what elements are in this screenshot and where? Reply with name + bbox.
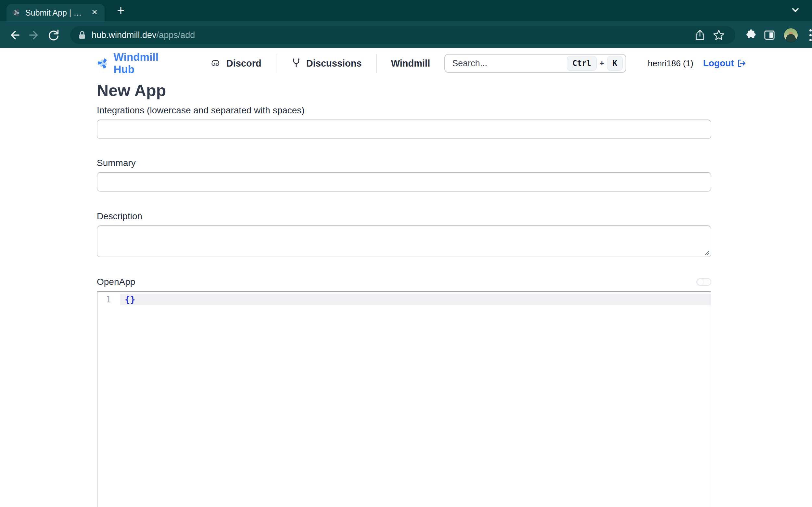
windmill-logo-icon bbox=[97, 54, 109, 73]
integrations-label: Integrations (lowercase and separated wi… bbox=[97, 105, 711, 116]
code-text: {} bbox=[125, 295, 135, 304]
forward-arrow-icon bbox=[26, 27, 42, 43]
kbd-k-badge: K bbox=[607, 56, 622, 70]
kbd-ctrl-badge: Ctrl bbox=[567, 56, 596, 70]
browser-tab[interactable]: Submit App | Windmill Hub × bbox=[6, 4, 105, 21]
toggle-knob bbox=[698, 279, 703, 285]
openapp-header-row: OpenApp bbox=[97, 277, 711, 287]
openapp-toggle[interactable] bbox=[696, 278, 711, 286]
site-header: Windmill Hub Discord Discussions bbox=[97, 48, 711, 78]
discussions-icon bbox=[291, 57, 302, 69]
browser-menu-button[interactable] bbox=[802, 26, 812, 44]
summary-label: Summary bbox=[97, 158, 711, 168]
tab-favicon-windmill-icon bbox=[12, 8, 21, 17]
summary-input[interactable] bbox=[97, 172, 711, 191]
side-panel-icon bbox=[763, 29, 776, 42]
account-area: henri186 (1) Logout bbox=[648, 58, 746, 68]
browser-tab-bar: Submit App | Windmill Hub × + bbox=[0, 0, 812, 21]
nav-item-label: Discord bbox=[226, 58, 262, 69]
nav-item-label: Discussions bbox=[306, 58, 362, 69]
share-icon bbox=[693, 29, 706, 42]
openapp-label: OpenApp bbox=[97, 277, 135, 287]
page-title: New App bbox=[97, 81, 711, 100]
star-icon bbox=[712, 28, 726, 42]
url-text: hub.windmill.dev/apps/add bbox=[92, 30, 691, 40]
nav-item-label: Windmill bbox=[391, 58, 430, 69]
address-bar[interactable]: hub.windmill.dev/apps/add bbox=[70, 26, 735, 44]
new-app-form: New App Integrations (lowercase and sepa… bbox=[97, 81, 711, 507]
description-field-wrap bbox=[97, 225, 711, 257]
description-textarea[interactable] bbox=[97, 225, 711, 257]
description-label: Description bbox=[97, 211, 711, 222]
profile-avatar[interactable] bbox=[784, 27, 798, 43]
back-button[interactable] bbox=[7, 26, 22, 44]
url-host: hub.windmill.dev bbox=[92, 30, 157, 40]
search-box[interactable]: Ctrl + K bbox=[444, 54, 626, 73]
logout-label: Logout bbox=[703, 58, 734, 68]
tab-title: Submit App | Windmill Hub bbox=[25, 8, 86, 17]
back-arrow-icon bbox=[7, 27, 22, 43]
search-input[interactable] bbox=[452, 58, 567, 68]
tab-close-icon[interactable]: × bbox=[89, 7, 100, 18]
browser-toolbar: hub.windmill.dev/apps/add bbox=[0, 21, 812, 48]
openapp-code-editor[interactable]: 1 {} bbox=[97, 291, 711, 507]
active-line[interactable]: {} bbox=[120, 294, 711, 305]
username-label: henri186 (1) bbox=[648, 58, 693, 68]
code-line-1[interactable]: 1 {} bbox=[98, 294, 711, 305]
extensions-button[interactable] bbox=[741, 26, 759, 44]
nav-item-discussions[interactable]: Discussions bbox=[276, 57, 376, 69]
side-panel-button[interactable] bbox=[761, 26, 778, 44]
brand-name: Windmill Hub bbox=[113, 51, 163, 76]
forward-button[interactable] bbox=[26, 26, 42, 44]
nav-item-discord[interactable]: Discord bbox=[196, 57, 276, 69]
puzzle-icon bbox=[744, 29, 756, 42]
discord-icon bbox=[210, 57, 222, 69]
reload-icon bbox=[46, 27, 61, 43]
lock-icon[interactable] bbox=[78, 30, 86, 40]
logout-link[interactable]: Logout bbox=[703, 58, 746, 68]
page-content: Windmill Hub Discord Discussions bbox=[0, 48, 812, 507]
tab-search-chevron-icon[interactable] bbox=[790, 6, 801, 14]
share-button[interactable] bbox=[691, 26, 709, 44]
reload-button[interactable] bbox=[46, 26, 61, 44]
toolbar-right-group bbox=[741, 26, 812, 44]
url-path: /apps/add bbox=[157, 30, 195, 40]
resize-grip-icon[interactable] bbox=[703, 249, 710, 256]
new-tab-button[interactable]: + bbox=[114, 4, 128, 18]
line-number: 1 bbox=[98, 295, 120, 304]
logout-icon bbox=[737, 58, 746, 68]
kbd-plus-sign: + bbox=[599, 59, 604, 68]
kebab-menu-icon bbox=[809, 29, 812, 41]
nav-item-windmill[interactable]: Windmill bbox=[377, 58, 445, 69]
main-nav: Discord Discussions Windmill bbox=[196, 54, 444, 73]
brand-link[interactable]: Windmill Hub bbox=[97, 51, 163, 76]
integrations-input[interactable] bbox=[97, 119, 711, 139]
bookmark-button[interactable] bbox=[710, 26, 728, 44]
